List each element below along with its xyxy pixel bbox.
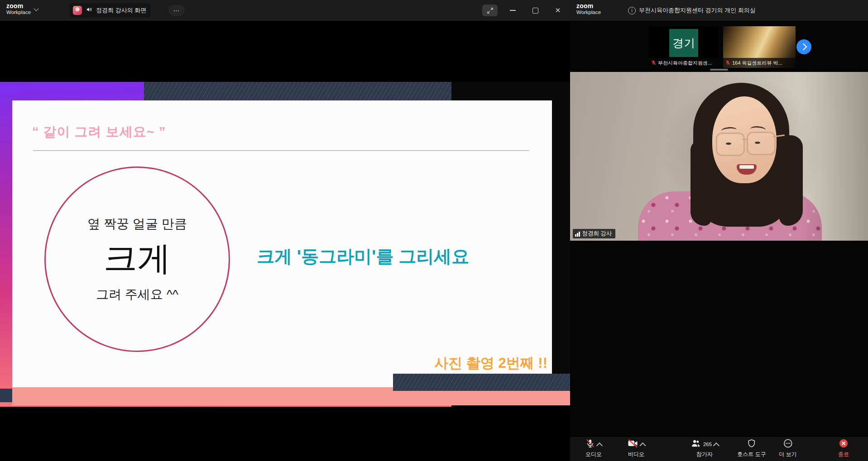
zoom-logo-product: Workplace xyxy=(6,10,31,15)
participants-icon xyxy=(691,438,701,450)
speaker-teeth xyxy=(739,165,754,169)
audio-level-icon xyxy=(575,231,580,237)
speaker-glasses-bridge xyxy=(742,139,747,140)
speaker-audio-icon xyxy=(86,6,92,14)
end-button-label: 종료 xyxy=(838,451,849,458)
active-speaker-video[interactable]: 정경희 강사 xyxy=(570,72,868,241)
slide-card: “ 같이 그려 보세요~ ” 옆 짝꿍 얼굴 만큼 크게 그려 주세요 ^^ 크… xyxy=(12,100,552,393)
audio-button-label: 오디오 xyxy=(585,451,602,458)
fullscreen-icon xyxy=(487,7,494,14)
window-controls: ✕ xyxy=(482,0,566,21)
participant-initial-tile: 경기 xyxy=(669,29,698,57)
speaker-name-tag: 정경희 강사 xyxy=(573,229,615,238)
slide-title: “ 같이 그려 보세요~ ” xyxy=(32,123,166,141)
video-shadow-overlay xyxy=(800,72,868,241)
ellipsis-icon: ⋯ xyxy=(173,7,180,14)
video-button[interactable]: 비디오 xyxy=(628,439,645,458)
circle-text-big: 크게 xyxy=(104,236,171,281)
chevron-down-icon[interactable] xyxy=(34,6,38,11)
speaker-hair-right xyxy=(779,135,803,226)
zoom-logo-name: zoom xyxy=(576,3,601,10)
slide-corner-chip xyxy=(0,389,12,402)
slide-divider xyxy=(33,150,529,151)
speaker-glasses-left xyxy=(716,133,745,156)
video-options-caret[interactable] xyxy=(639,442,646,449)
more-ellipsis-icon xyxy=(783,438,793,450)
mic-muted-icon xyxy=(651,60,656,66)
host-tools-button-label: 호스트 도구 xyxy=(737,451,766,458)
meeting-panel: zoom Workplace i 부천시육아종합지원센터 경기의 개인 회의실 … xyxy=(570,0,868,461)
participants-options-caret[interactable] xyxy=(713,442,719,449)
share-tab[interactable]: 정경희 강사의 화면 xyxy=(69,3,151,18)
window-titlebar: zoom Workplace 정경희 강사의 화면 ⋯ xyxy=(0,0,570,21)
mic-muted-icon xyxy=(725,60,730,66)
camera-off-icon xyxy=(628,438,638,450)
slide-circle: 옆 짝꿍 얼굴 만큼 크게 그려 주세요 ^^ xyxy=(44,166,230,352)
strip-resize-handle[interactable] xyxy=(710,69,728,71)
participant-strip: 경기 부천시육아종합지원센... xyxy=(570,21,868,72)
shared-slide: “ 같이 그려 보세요~ ” 옆 짝꿍 얼굴 만큼 크게 그려 주세요 ^^ 크… xyxy=(0,82,570,407)
participant-thumb-1[interactable]: 경기 부천시육아종합지원센... xyxy=(649,26,719,68)
audio-options-caret[interactable] xyxy=(596,442,603,449)
circle-text-bottom: 그려 주세요 ^^ xyxy=(96,286,178,303)
audio-button[interactable]: 오디오 xyxy=(585,439,602,458)
speaker-name: 정경희 강사 xyxy=(582,230,612,238)
meeting-info[interactable]: i 부천시육아종합지원센터 경기의 개인 회의실 xyxy=(628,0,756,21)
circle-text-top: 옆 짝꿍 얼굴 만큼 xyxy=(87,215,187,233)
meeting-titlebar: zoom Workplace i 부천시육아종합지원센터 경기의 개인 회의실 xyxy=(570,0,868,21)
participant-label-1: 부천시육아종합지원센... xyxy=(649,58,719,68)
zoom-logo-product: Workplace xyxy=(576,10,601,15)
speaker-glasses-right xyxy=(747,132,776,155)
zoom-logo-name: zoom xyxy=(6,3,31,10)
participant-thumb-2[interactable]: 164 옥길센트리뷰 박... xyxy=(723,26,796,68)
share-tab-label: 정경희 강사의 화면 xyxy=(96,6,146,14)
participant-name-2: 164 옥길센트리뷰 박... xyxy=(732,60,782,67)
participant-label-2: 164 옥길센트리뷰 박... xyxy=(723,58,796,68)
more-button[interactable]: 더 보기 xyxy=(779,439,796,458)
chevron-right-icon xyxy=(800,43,807,51)
end-meeting-button[interactable]: 종료 xyxy=(838,439,849,458)
slide-instruction: 크게 '동그라미'를 그리세요 xyxy=(257,244,469,269)
next-participants-button[interactable] xyxy=(796,39,811,54)
end-call-icon xyxy=(839,438,849,450)
close-button[interactable]: ✕ xyxy=(550,5,566,16)
shared-screen-window: zoom Workplace 정경희 강사의 화면 ⋯ xyxy=(0,0,570,461)
tab-more-button[interactable]: ⋯ xyxy=(168,5,185,16)
fullscreen-button[interactable] xyxy=(482,5,498,16)
minimize-button[interactable] xyxy=(505,5,520,16)
meeting-toolbar: 오디오 비디오 xyxy=(570,437,868,461)
video-button-label: 비디오 xyxy=(628,451,644,458)
participant-tile-text: 경기 xyxy=(672,36,695,51)
zoom-logo-text: zoom Workplace xyxy=(576,3,601,15)
meeting-zoom-logo: zoom Workplace xyxy=(576,3,601,15)
participants-count: 265 xyxy=(703,442,712,447)
more-button-label: 더 보기 xyxy=(779,451,796,458)
participants-button-label: 참가자 xyxy=(696,451,713,458)
minimize-icon xyxy=(510,10,516,11)
maximize-icon xyxy=(532,8,538,14)
presenter-avatar xyxy=(73,6,82,15)
zoom-logo-text: zoom Workplace xyxy=(6,3,31,15)
meeting-title: 부천시육아종합지원센터 경기의 개인 회의실 xyxy=(639,6,756,14)
shield-icon xyxy=(747,438,757,450)
slide-photo-note: 사진 촬영 2번째 !! xyxy=(434,354,547,373)
maximize-button[interactable] xyxy=(528,5,543,16)
speaker-hair-left xyxy=(691,140,711,226)
participant-name-1: 부천시육아종합지원센... xyxy=(658,60,712,67)
mic-muted-icon xyxy=(585,438,595,450)
zoom-workplace-logo[interactable]: zoom Workplace xyxy=(6,3,38,15)
participants-button[interactable]: 265 참가자 xyxy=(691,439,719,458)
host-tools-button[interactable]: 호스트 도구 xyxy=(737,439,766,458)
close-icon: ✕ xyxy=(555,6,561,14)
info-icon[interactable]: i xyxy=(628,7,636,14)
slide-bottom-navy-bar xyxy=(393,374,570,391)
